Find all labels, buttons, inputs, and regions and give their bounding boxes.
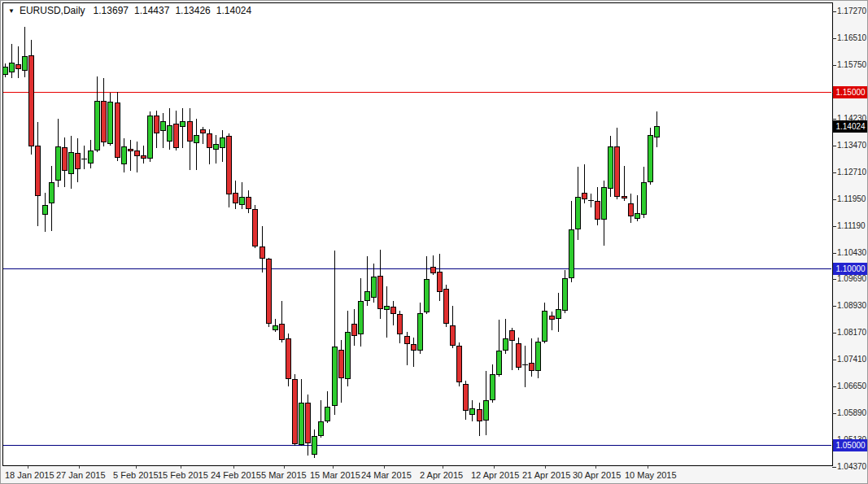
candle-body [601,187,607,220]
candle-body [456,346,462,382]
candle-wick [18,46,19,78]
candle-body [351,324,357,336]
candle-body [62,147,68,171]
quote-high: 1.14437 [134,5,169,16]
price-tick [832,306,836,307]
candle-body [2,67,8,75]
candle-body [384,306,390,310]
date-label: 15 Mar 2015 [310,470,360,480]
candle-body [180,121,185,127]
price-tick [832,119,836,120]
candle-body [516,343,521,368]
candle-body [404,336,410,344]
candle-body [273,325,278,330]
candle-wick [242,182,242,209]
price-axis-label: 1.13470 [837,141,866,150]
time-tick [494,466,495,469]
price-tick [832,386,836,387]
candle-body [194,135,199,143]
candle-body [542,311,547,342]
candle-body [75,153,81,169]
candle-body [595,201,600,220]
candle-body [411,344,417,351]
candle-body [35,146,41,196]
candle-body [213,144,219,150]
candle-body [22,56,28,71]
price-axis-label: 1.11190 [837,221,866,230]
chart-plot-area[interactable] [2,2,833,466]
price-tick [832,279,836,280]
price-axis-label: 1.07410 [837,355,866,364]
quote-close: 1.14024 [216,5,251,16]
candle-body [437,272,443,292]
candle-wick [137,142,137,172]
candle-body [226,136,232,194]
candle-body [173,124,179,148]
candle-body [9,63,15,72]
date-label: 27 Jan 2015 [56,470,106,480]
current-price-badge: 1.14024 [833,120,868,133]
time-tick [233,466,234,469]
candle-body [292,379,298,444]
chart-dropdown-icon[interactable]: ▼ [8,7,15,15]
candle-body [42,205,48,215]
price-axis-label: 1.16510 [837,33,866,42]
candle-body [496,351,502,375]
candle-body [325,407,330,421]
price-badge-1.05000: 1.05000 [833,439,868,451]
horizontal-line-1.10000[interactable] [3,268,831,269]
candle-body [141,155,146,159]
candle-body [608,146,613,189]
candle-wick [11,44,12,78]
chart-symbol-label: EURUSD,Daily [20,5,85,16]
candle-body [364,291,370,301]
price-tick [832,65,836,66]
time-tick [333,466,334,469]
price-tick [832,199,836,200]
candle-body [115,102,120,158]
time-tick [648,466,648,469]
candle-body [556,309,561,319]
candle-body [397,314,403,334]
price-tick [832,253,836,254]
candle-body [88,150,94,164]
candle-body [614,146,620,197]
price-tick [832,360,836,360]
candle-body [490,374,495,400]
price-axis-label: 1.12710 [837,168,866,177]
candle-body [154,116,159,133]
price-axis-label: 1.11950 [837,194,866,203]
candle-wick [552,312,552,330]
time-tick [181,466,181,469]
candle-body [55,146,61,181]
price-tick [832,467,836,468]
horizontal-line-1.15000[interactable] [3,92,831,93]
price-axis-label: 1.09690 [837,274,866,283]
candle-body [121,146,127,164]
date-label: 5 Mar 2015 [261,470,307,480]
candle-body [160,121,166,131]
candle-body [345,332,351,379]
quote-open: 1.13697 [94,5,129,16]
candle-body [588,200,594,201]
candle-body [49,182,55,203]
price-tick [832,413,836,414]
candle-body [107,102,113,144]
candle-body [338,350,344,378]
horizontal-line-1.05000[interactable] [3,445,831,446]
candle-body [469,408,475,415]
price-tick [832,146,836,146]
candle-body [424,279,430,312]
candle-body [569,229,574,278]
date-label: 18 Jan 2015 [5,470,55,480]
candle-body [509,330,515,341]
date-label: 2 Apr 2015 [420,470,463,480]
time-tick [595,466,596,469]
candle-wick [386,286,387,338]
candle-body [582,193,587,199]
price-axis[interactable] [833,1,868,466]
candle-body [15,64,21,69]
candle-body [522,364,528,365]
time-tick [545,466,546,469]
candle-body [128,149,133,151]
